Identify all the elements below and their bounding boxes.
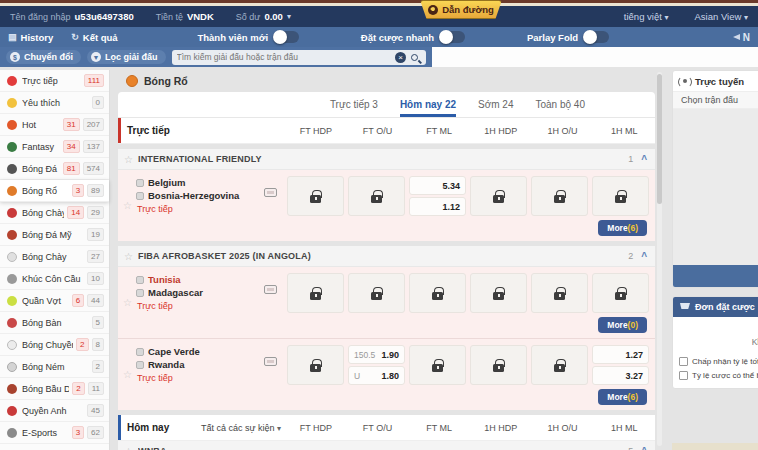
sidebar-item-live[interactable]: Trực tiếp111 [0,70,109,92]
results-icon: ↻ [71,32,79,42]
away-team[interactable]: Rwanda [148,359,184,370]
tab-today[interactable]: Hôm nay 22 [400,92,456,117]
nav-badge-label: Dẫn đường [442,4,494,15]
odds-cell[interactable]: U1.80 [348,366,405,385]
odds-locked[interactable] [348,176,405,216]
sidebar-item-cricket[interactable]: Bóng Chày27 [0,246,109,268]
view-mode-dropdown[interactable]: Asian View ▾ [695,11,748,22]
live-signal-icon [683,79,687,83]
odds-locked[interactable] [531,176,588,216]
news-button[interactable]: N [733,32,750,43]
search-icon[interactable] [411,54,418,61]
odds-locked[interactable] [287,273,344,313]
odds-locked[interactable] [592,176,649,216]
away-team[interactable]: Madagascar [148,287,203,298]
sidebar-item-american-football[interactable]: Bóng Đá Mỹ19 [0,224,109,246]
odds-locked[interactable] [409,273,466,313]
tv-stream-icon[interactable] [264,357,277,366]
odds-locked[interactable] [409,345,466,385]
results-button[interactable]: ↻Kết quả [71,32,117,43]
new-member-toggle[interactable] [273,31,299,43]
home-team[interactable]: Cape Verde [148,346,200,357]
odds-locked[interactable] [531,273,588,313]
tv-stream-icon[interactable] [264,285,277,294]
language-dropdown[interactable]: tiếng việt ▾ [624,11,669,22]
odds-cell[interactable]: 3.27 [592,366,649,385]
sidebar-item-soccer[interactable]: Bóng Đá81574 [0,158,109,180]
odds-locked[interactable] [348,273,405,313]
filter-league-button[interactable]: ▼Lọc giải đấu [87,50,166,64]
team-icon [136,179,144,187]
team-icon [136,289,144,297]
sidebar-item-baseball[interactable]: Bóng Chày1429 [0,202,109,224]
column-ft-ml: FT ML [408,126,470,136]
rugby-icon [7,384,17,394]
odds-locked[interactable] [287,345,344,385]
sidebar-item-boxing[interactable]: Quyền Anh45 [0,400,109,422]
chevron-up-icon[interactable]: ^ [641,251,647,262]
odds-cell[interactable]: 1.12 [409,197,466,216]
event-filter-dropdown[interactable]: Tất cả các sự kiện ▾ [201,423,281,433]
sidebar-item-hot[interactable]: Hot31207 [0,114,109,136]
parlay-fold-toggle[interactable] [583,31,609,43]
clear-search-icon[interactable]: × [395,52,406,63]
bottom-beige-strip [672,443,758,450]
star-icon[interactable]: ☆ [124,251,133,262]
tab-early[interactable]: Sớm 24 [478,92,513,117]
soccer-icon [7,164,17,174]
quick-bet-toggle[interactable] [439,31,465,43]
sidebar-item-favorites[interactable]: Yêu thích0 [0,92,109,114]
sidebar-item-table-tennis[interactable]: Bóng Bàn5 [0,312,109,334]
stream-placeholder [673,109,758,265]
tab-all[interactable]: Toàn bộ 40 [536,92,586,117]
odds-cell[interactable]: 150.51.90 [348,345,405,364]
sidebar-item-hockey[interactable]: Khúc Côn Cầu10 [0,268,109,290]
choose-match-row[interactable]: Chọn trận đấu [673,91,758,109]
sidebar-item-rugby[interactable]: Bóng Bầu Dục211 [0,378,109,400]
odds-locked[interactable] [592,273,649,313]
chevron-up-icon[interactable]: ^ [641,446,647,450]
more-markets-button[interactable]: More(0) [598,317,647,333]
odds-locked[interactable] [531,345,588,385]
accept-better-odds-checkbox[interactable] [679,357,688,366]
odds-may-change-checkbox[interactable] [679,371,688,380]
convert-button[interactable]: $Chuyển đổi [6,50,81,64]
sidebar-item-tennis[interactable]: Quần Vợt644 [0,290,109,312]
odds-locked[interactable] [470,273,527,313]
tab-live[interactable]: Trực tiếp 3 [330,92,378,117]
star-icon[interactable]: ☆ [124,154,133,165]
sidebar-item-fantasy[interactable]: Fantasy34137 [0,136,109,158]
favorite-star-icon[interactable]: ☆ [123,297,132,308]
favorite-star-icon[interactable]: ☆ [123,369,132,380]
live-status: Trực tiếp [136,204,265,214]
sidebar-item-basketball[interactable]: Bóng Rổ389 [0,180,109,202]
scrollbar-thumb[interactable] [657,74,662,204]
odds-line: U [354,371,360,381]
league-name: FIBA AFROBASKET 2025 (IN ANGOLA) [138,251,628,261]
sidebar-item-handball[interactable]: Bóng Ném2 [0,356,109,378]
more-markets-button[interactable]: More(6) [598,220,647,236]
star-icon[interactable]: ☆ [124,446,133,450]
history-button[interactable]: ▤History [8,32,53,43]
home-team[interactable]: Belgium [148,177,185,188]
tv-stream-icon[interactable] [264,188,277,197]
chevron-up-icon[interactable]: ^ [641,154,647,165]
boxing-icon [7,406,17,416]
odds-locked[interactable] [470,176,527,216]
favorite-star-icon[interactable]: ☆ [123,200,132,211]
more-markets-button[interactable]: More(6) [598,389,647,405]
odds-locked[interactable] [287,176,344,216]
odds-cell[interactable]: 5.34 [409,176,466,195]
odds-cell[interactable]: 1.27 [592,345,649,364]
away-team[interactable]: Bosnia-Herzegovina [148,190,239,201]
odds-locked[interactable] [470,345,527,385]
home-team[interactable]: Tunisia [148,274,181,285]
sidebar-item-esports[interactable]: E-Sports362 [0,422,109,444]
caret-down-icon: ▾ [277,424,281,433]
search-input[interactable] [177,52,390,62]
column-1h-ml: 1H ML [593,126,655,136]
odds-line: 150.5 [354,350,375,360]
nav-guide-badge[interactable]: Dẫn đường [420,0,502,19]
balance-dropdown[interactable]: Số dư0.00▾ [236,11,291,22]
sidebar-item-volleyball[interactable]: Bóng Chuyền28 [0,334,109,356]
